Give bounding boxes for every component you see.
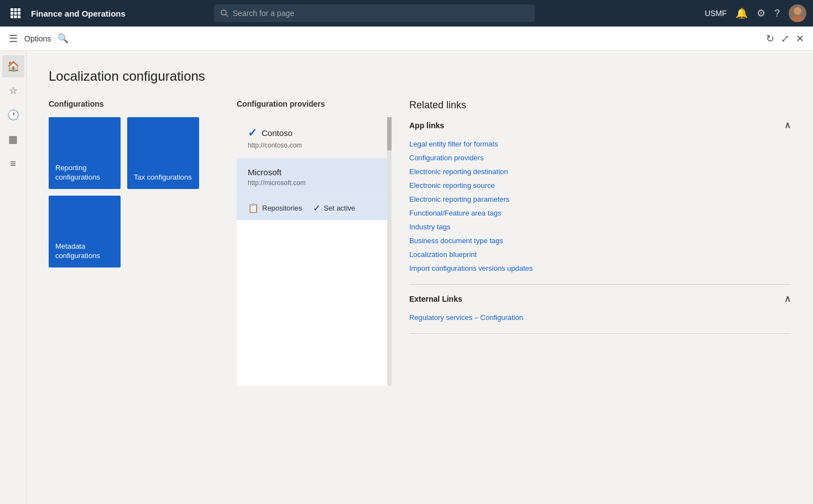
search-icon [221,9,228,17]
related-links-section: Related links App links ∧ Legal entity f… [409,99,791,343]
company-label: USMF [705,9,727,18]
svg-rect-4 [14,12,17,15]
app-links-chevron: ∧ [784,120,791,130]
link-er-source[interactable]: Electronic reporting source [409,179,791,192]
notification-icon[interactable]: 🔔 [736,7,748,19]
close-icon[interactable]: ✕ [796,33,804,45]
provider-contoso[interactable]: ✓ Contoso http://contoso.com [237,117,387,159]
provider-microsoft-name: Microsoft [248,167,376,177]
link-legal-entity[interactable]: Legal entity filter for formats [409,137,791,151]
microsoft-url: http://microsoft.com [248,179,376,187]
svg-point-9 [221,10,226,15]
link-industry-tags[interactable]: Industry tags [409,220,791,234]
svg-rect-6 [11,15,13,18]
app-title: Finance and Operations [31,9,126,18]
svg-point-12 [791,15,804,22]
link-er-destination[interactable]: Electronic reporting destination [409,165,791,179]
repositories-btn[interactable]: 📋 Repositories [248,203,302,213]
tile-tax[interactable]: Tax configurations [127,117,199,189]
scrollbar-track[interactable] [387,117,392,386]
provider-contoso-name: ✓ Contoso [248,126,376,139]
contoso-url: http://contoso.com [248,141,376,149]
link-business-doc-tags[interactable]: Business document type tags [409,234,791,248]
main-content: Localization configurations Configuratio… [27,51,813,504]
help-icon[interactable]: ? [774,8,780,19]
set-active-btn[interactable]: ✓ Set active [313,203,355,213]
link-functional-feature-tags[interactable]: Functional/Feature area tags [409,206,791,220]
svg-rect-3 [11,12,13,15]
sidebar-home[interactable]: 🏠 [2,55,24,77]
svg-rect-0 [11,8,13,11]
link-regulatory-services[interactable]: Regulatory services – Configuration [409,311,791,324]
open-new-icon[interactable]: ⤢ [781,33,789,45]
repositories-icon: 📋 [248,203,259,213]
app-links-header[interactable]: App links ∧ [409,120,791,130]
providers-container: ✓ Contoso http://contoso.com Microsoft h… [237,117,387,386]
provider-microsoft[interactable]: Microsoft http://microsoft.com [237,159,387,196]
providers-label: Configuration providers [237,99,392,108]
waffle-menu[interactable] [7,4,24,22]
set-active-icon: ✓ [313,203,320,213]
top-nav: Finance and Operations USMF 🔔 ⚙ ? [0,0,813,27]
search-bar[interactable] [214,4,535,22]
provider-actions-bar: 📋 Repositories ✓ Set active [237,196,387,220]
scrollbar-thumb[interactable] [387,117,392,150]
link-er-parameters[interactable]: Electronic reporting parameters [409,192,791,206]
svg-point-11 [794,7,801,15]
link-localization-blueprint[interactable]: Localization blueprint [409,248,791,261]
sidebar-favorites[interactable]: ☆ [2,80,24,102]
svg-rect-2 [18,8,20,11]
tile-metadata[interactable]: Metadata configurations [49,196,121,267]
related-links-title: Related links [409,99,791,111]
external-links-chevron: ∧ [784,293,791,304]
related-divider [409,284,791,285]
providers-wrapper: ✓ Contoso http://contoso.com Microsoft h… [237,117,392,386]
page-title: Localization configurations [49,69,791,84]
avatar[interactable] [789,4,806,22]
sidebar: 🏠 ☆ 🕐 ▦ ≡ [0,51,27,504]
app-links-list: Legal entity filter for formats Configur… [409,137,791,275]
provider-empty-area [237,220,387,386]
secondary-toolbar: ☰ Options 🔍 ↻ ⤢ ✕ [0,27,813,51]
search-input[interactable] [233,9,528,18]
svg-line-10 [226,14,228,17]
providers-section: Configuration providers ✓ Contoso http:/… [237,99,392,386]
sidebar-workspaces[interactable]: ▦ [2,128,24,150]
sidebar-recent[interactable]: 🕐 [2,104,24,126]
external-links-header[interactable]: External Links ∧ [409,293,791,304]
svg-rect-5 [18,12,20,15]
toolbar-search-icon[interactable]: 🔍 [58,33,69,44]
sidebar-modules[interactable]: ≡ [2,153,24,175]
nav-right: USMF 🔔 ⚙ ? [705,4,806,22]
config-tiles: Reporting configurations Tax configurati… [49,117,237,267]
hamburger-icon[interactable]: ☰ [9,33,18,45]
contoso-checkmark: ✓ [248,126,257,139]
configurations-section: Configurations Reporting configurations … [49,99,237,267]
svg-rect-8 [18,15,20,18]
settings-icon[interactable]: ⚙ [757,7,765,19]
tile-reporting[interactable]: Reporting configurations [49,117,121,189]
configurations-label: Configurations [49,99,237,108]
refresh-icon[interactable]: ↻ [766,33,774,45]
external-divider [409,333,791,334]
toolbar-right-icons: ↻ ⤢ ✕ [766,33,804,45]
link-import-config-updates[interactable]: Import configurations versions updates [409,261,791,275]
options-label: Options [24,34,51,43]
content-row: Configurations Reporting configurations … [49,99,791,386]
link-config-providers[interactable]: Configuration providers [409,151,791,165]
external-links-group: External Links ∧ Regulatory services – C… [409,293,791,324]
svg-rect-7 [14,15,17,18]
svg-rect-1 [14,8,17,11]
